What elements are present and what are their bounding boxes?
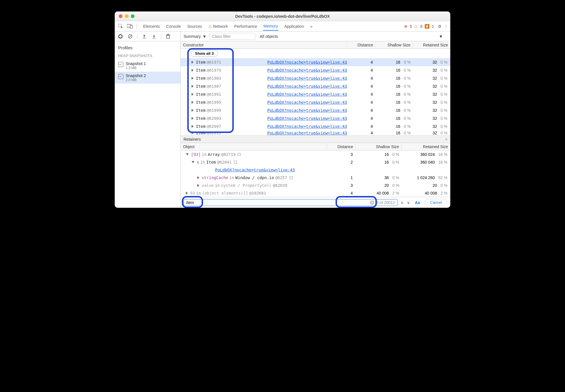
snapshot-item[interactable]: Snapshot 1 1.3 MB (115, 60, 180, 72)
retainer-row[interactable]: 93 in (object elements)[] @102681440 008… (181, 189, 450, 197)
clear-search-icon[interactable]: ✕ (370, 200, 374, 205)
summary-dropdown[interactable]: Summary ▼ (184, 34, 206, 39)
table-row[interactable]: Item @61995PoLdbOX?nocache=true&view=liv… (181, 98, 450, 106)
close-window-button[interactable] (119, 14, 122, 18)
expand-icon[interactable] (192, 132, 194, 134)
retainer-row[interactable]: stringCache in Window / cdpn.io @6257136… (181, 174, 450, 181)
cancel-button[interactable]: Cancel (425, 199, 448, 206)
tab-memory[interactable]: Memory (263, 22, 279, 31)
heap-snapshots-label: HEAP SNAPSHOTS (115, 52, 180, 60)
expand-icon[interactable] (192, 61, 194, 64)
tab-performance[interactable]: Performance (233, 22, 258, 30)
snapshot-icon (118, 62, 123, 67)
table-row[interactable]: Item @61971PoLdbOX?nocache=true&view=liv… (181, 58, 450, 66)
retainer-row[interactable]: value in system / PropertyCell @62039320… (181, 181, 450, 189)
all-objects-dropdown[interactable]: All objects (260, 34, 278, 39)
kebab-icon[interactable]: ⋮ (444, 24, 448, 29)
source-link[interactable]: PoLdbOX?nocache=true&view=live:43 (267, 124, 347, 129)
tab-network[interactable]: Network (208, 22, 228, 30)
source-link[interactable]: PoLdbOX?nocache=true&view=live:43 (267, 131, 347, 135)
col-retained[interactable]: Retained Size (413, 41, 450, 48)
error-icon[interactable]: ⊗ (404, 24, 408, 29)
chevron-down-icon[interactable]: ▼ (439, 34, 443, 39)
menu-icon[interactable]: ≡ (445, 137, 447, 142)
expand-icon[interactable] (192, 109, 194, 112)
table-row[interactable]: Item @61999PoLdbOX?nocache=true&view=liv… (181, 106, 450, 114)
svg-rect-8 (167, 35, 170, 38)
col-shallow[interactable]: Shallow Size (376, 41, 413, 48)
warning-icon[interactable]: ⚠ (414, 24, 418, 29)
object-link-icon[interactable] (234, 161, 237, 164)
retainer-row[interactable]: PoLdbOX?nocache=true&view=live:43 (181, 166, 450, 174)
clear-icon[interactable] (127, 34, 133, 39)
trash-icon[interactable] (165, 34, 171, 39)
match-case-toggle[interactable]: Aa (415, 200, 420, 205)
devtools-window: DevTools - codepen.io/web-dot-dev/live/P… (115, 11, 450, 208)
table-row[interactable]: Item @61983PoLdbOX?nocache=true&view=liv… (181, 74, 450, 82)
tab-sources[interactable]: Sources (187, 22, 202, 30)
snapshot-item[interactable]: Snapshot 2 2.0 MB (115, 72, 180, 84)
inspect-icon[interactable] (117, 23, 124, 30)
expand-icon[interactable] (197, 184, 199, 187)
collapse-icon[interactable] (192, 161, 194, 163)
table-row[interactable]: Item @61987PoLdbOX?nocache=true&view=liv… (181, 82, 450, 90)
tab-more[interactable]: » (310, 22, 313, 30)
issues-icon[interactable]: ▮ (425, 24, 429, 29)
source-link[interactable]: PoLdbOX?nocache=true&view=live:43 (267, 116, 347, 121)
next-match-icon[interactable]: ∨ (406, 200, 410, 205)
gear-icon[interactable]: ⚙ (438, 24, 442, 29)
expand-icon[interactable] (197, 176, 199, 179)
titlebar: DevTools - codepen.io/web-dot-dev/live/P… (115, 11, 450, 21)
tab-console[interactable]: Console (165, 22, 181, 30)
col-shallow[interactable]: Shallow Size (356, 143, 402, 150)
col-constructor[interactable]: Constructor (181, 41, 347, 48)
source-link[interactable]: PoLdbOX?nocache=true&view=live:43 (267, 68, 347, 72)
object-link-icon[interactable] (238, 153, 241, 156)
issues-count: 1 (432, 24, 434, 29)
source-link[interactable]: PoLdbOX?nocache=true&view=live:43 (267, 108, 347, 113)
expand-icon[interactable] (192, 93, 194, 96)
expand-icon[interactable] (192, 69, 194, 72)
record-icon[interactable] (118, 34, 123, 39)
source-link[interactable]: PoLdbOX?nocache=true&view=live:43 (267, 84, 347, 89)
retainers-header[interactable]: Retainers ≡ (181, 136, 450, 143)
show-all-row: Show all 3 (181, 49, 450, 58)
download-icon[interactable] (151, 34, 157, 39)
svg-rect-10 (167, 34, 169, 35)
col-distance[interactable]: Distance (347, 41, 376, 48)
prev-match-icon[interactable]: ∧ (400, 200, 404, 205)
search-input[interactable] (186, 200, 370, 205)
object-link-icon[interactable] (290, 176, 293, 179)
table-row[interactable]: Item @62003PoLdbOX?nocache=true&view=liv… (181, 114, 450, 122)
zoom-window-button[interactable] (131, 14, 135, 18)
expand-icon[interactable] (192, 85, 194, 88)
expand-icon[interactable] (186, 192, 188, 195)
col-distance[interactable]: Distance (327, 143, 356, 150)
source-link[interactable]: PoLdbOX?nocache=true&view=live:43 (267, 60, 347, 64)
source-link[interactable]: PoLdbOX?nocache=true&view=live:43 (267, 100, 347, 105)
source-link[interactable]: PoLdbOX?nocache=true&view=live:43 (215, 168, 295, 172)
retainer-row[interactable]: x in Item @620412160 %360 04018 % (181, 158, 450, 166)
col-retained[interactable]: Retained Size (402, 143, 450, 150)
profiles-sidebar: Profiles HEAP SNAPSHOTS Snapshot 1 1.3 M… (115, 41, 181, 208)
expand-icon[interactable] (192, 101, 194, 104)
tab-elements[interactable]: Elements (143, 22, 160, 30)
source-link[interactable]: PoLdbOX?nocache=true&view=live:43 (267, 92, 347, 97)
minimize-window-button[interactable] (125, 14, 128, 18)
expand-icon[interactable] (192, 125, 194, 128)
table-row[interactable]: Item @61991PoLdbOX?nocache=true&view=liv… (181, 90, 450, 98)
class-filter-input[interactable]: Class filter (209, 33, 255, 40)
table-row[interactable]: Item @62007PoLdbOX?nocache=true&view=liv… (181, 122, 450, 130)
table-row[interactable]: Item @62011PoLdbOX?nocache=true&view=liv… (181, 130, 450, 136)
show-all-button[interactable]: Show all 3 (191, 50, 218, 57)
source-link[interactable]: PoLdbOX?nocache=true&view=live:43 (267, 76, 347, 81)
device-toggle-icon[interactable] (126, 23, 134, 30)
tab-application[interactable]: Application (284, 22, 305, 30)
upload-icon[interactable] (141, 34, 147, 39)
table-row[interactable]: Item @61979PoLdbOX?nocache=true&view=liv… (181, 66, 450, 74)
expand-icon[interactable] (192, 117, 194, 120)
retainer-row[interactable]: [93] in Array @827193160 %360 02418 % (181, 150, 450, 158)
col-object[interactable]: Object (181, 143, 327, 150)
expand-icon[interactable] (192, 77, 194, 80)
collapse-icon[interactable] (186, 153, 189, 155)
